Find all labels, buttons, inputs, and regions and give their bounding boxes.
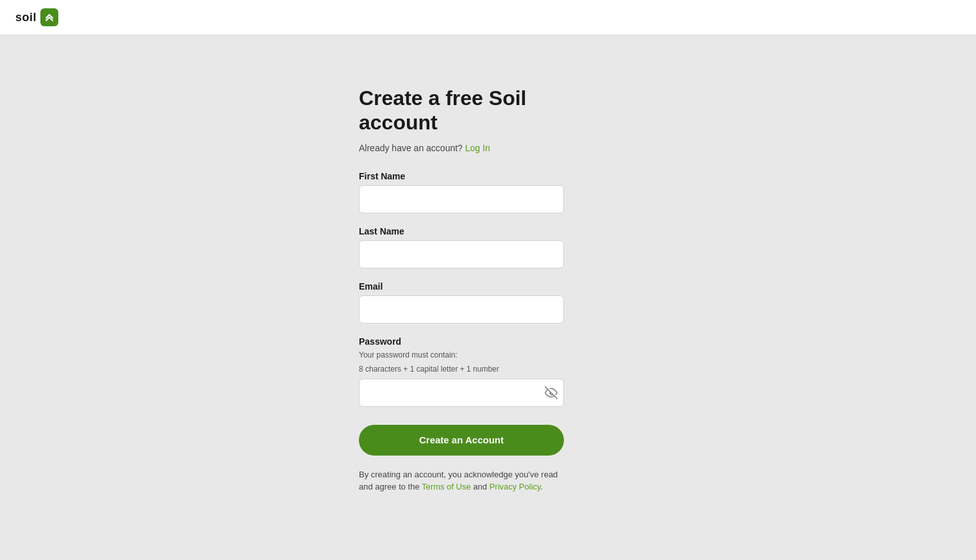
navbar: soil <box>0 0 976 35</box>
main-content: Create a free Soil account Already have … <box>0 35 976 560</box>
logo-text: soil <box>15 11 37 24</box>
create-account-button[interactable]: Create an Account <box>359 425 564 456</box>
privacy-policy-link[interactable]: Privacy Policy <box>490 482 541 491</box>
logo[interactable]: soil <box>15 8 58 26</box>
terms-of-use-link[interactable]: Terms of Use <box>422 482 471 491</box>
toggle-password-button[interactable] <box>545 386 558 399</box>
login-text: Already have an account? Log In <box>359 143 564 153</box>
signup-form: First Name Last Name Email Password Your… <box>359 171 564 493</box>
password-label: Password <box>359 336 564 347</box>
page-title: Create a free Soil account <box>359 86 564 135</box>
password-group: Password Your password must contain: 8 c… <box>359 336 564 407</box>
form-container: Create a free Soil account Already have … <box>359 86 564 509</box>
last-name-input[interactable] <box>359 240 564 268</box>
terms-text-2: and <box>473 482 487 491</box>
email-group: Email <box>359 281 564 324</box>
eye-off-icon <box>545 386 558 399</box>
logo-chevron-icon <box>44 12 55 23</box>
logo-icon <box>40 8 58 26</box>
first-name-input[interactable] <box>359 185 564 213</box>
password-hint: Your password must contain: <box>359 350 564 359</box>
password-rules: 8 characters + 1 capital letter + 1 numb… <box>359 365 564 374</box>
password-input[interactable] <box>359 379 564 407</box>
terms-text-3: . <box>541 482 543 491</box>
terms-text: By creating an account, you acknowledge … <box>359 468 564 493</box>
already-account-text: Already have an account? <box>359 143 463 153</box>
last-name-label: Last Name <box>359 226 564 236</box>
email-input[interactable] <box>359 295 564 324</box>
password-wrapper <box>359 379 564 407</box>
first-name-group: First Name <box>359 171 564 213</box>
last-name-group: Last Name <box>359 226 564 268</box>
email-label: Email <box>359 281 564 292</box>
first-name-label: First Name <box>359 171 564 181</box>
login-link[interactable]: Log In <box>465 143 490 153</box>
